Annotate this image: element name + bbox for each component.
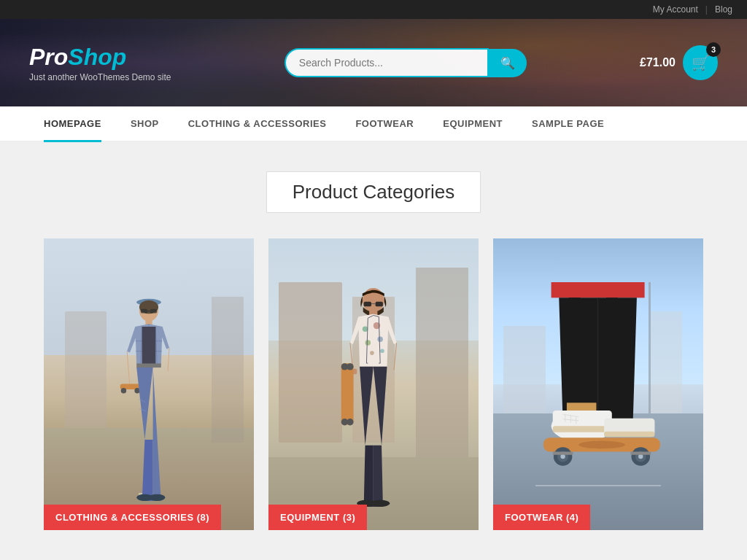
page-title-wrapper: Product Categories: [44, 171, 703, 213]
search-button[interactable]: 🔍: [489, 49, 527, 77]
svg-rect-23: [364, 302, 371, 307]
logo-pro: Pro: [29, 44, 68, 70]
logo-title: ProShop: [29, 44, 171, 71]
logo[interactable]: ProShop Just another WooThemes Demo site: [29, 44, 171, 82]
svg-rect-17: [136, 363, 161, 368]
category-label-equipment: EQUIPMENT (3): [268, 505, 367, 530]
nav-item-shop[interactable]: SHOP: [116, 106, 174, 141]
top-bar: My Account | Blog: [0, 0, 747, 19]
header: ProShop Just another WooThemes Demo site…: [0, 19, 747, 106]
cart-area: £71.00 🛒 3: [640, 45, 718, 80]
svg-point-21: [149, 494, 165, 501]
svg-rect-43: [551, 282, 645, 298]
nav-link-homepage[interactable]: HOMEPAGE: [29, 106, 116, 141]
cart-button[interactable]: 🛒 3: [683, 45, 718, 80]
svg-rect-24: [376, 302, 383, 307]
svg-point-29: [365, 340, 371, 346]
svg-rect-36: [341, 363, 354, 424]
nav-link-shop[interactable]: SHOP: [116, 106, 174, 141]
my-account-link[interactable]: My Account: [653, 4, 698, 15]
svg-point-14: [121, 388, 126, 393]
svg-rect-55: [605, 432, 655, 437]
category-card-footwear[interactable]: FOOTWEAR (4): [493, 238, 703, 530]
nav-link-sample[interactable]: SAMPLE PAGE: [517, 106, 619, 141]
svg-point-32: [380, 349, 384, 353]
search-bar: 🔍: [285, 48, 527, 77]
logo-shop: Shop: [68, 44, 126, 70]
footwear-figure: [503, 282, 692, 516]
logo-subtitle: Just another WooThemes Demo site: [29, 72, 171, 82]
svg-point-27: [363, 327, 368, 332]
svg-rect-48: [553, 426, 612, 432]
nav-link-footwear[interactable]: FOOTWEAR: [341, 106, 428, 141]
main-nav: HOMEPAGE SHOP CLOTHING & ACCESSORIES FOO…: [0, 106, 747, 142]
clothing-figure: [96, 297, 201, 501]
nav-item-sample[interactable]: SAMPLE PAGE: [517, 106, 619, 141]
category-card-equipment[interactable]: EQUIPMENT (3): [268, 238, 479, 530]
category-label-footwear: FOOTWEAR (4): [493, 505, 590, 530]
search-input[interactable]: [285, 48, 489, 77]
svg-point-40: [347, 419, 353, 425]
category-card-clothing[interactable]: CLOTHING & ACCESSORIES (8): [44, 238, 254, 530]
svg-line-12: [127, 351, 130, 386]
svg-rect-3: [141, 309, 147, 314]
main-content: Product Categories: [0, 142, 747, 559]
cart-price: £71.00: [640, 56, 676, 69]
nav-link-equipment[interactable]: EQUIPMENT: [428, 106, 517, 141]
svg-line-16: [168, 348, 169, 372]
svg-point-31: [370, 351, 374, 355]
separator: |: [705, 4, 708, 15]
nav-item-homepage[interactable]: HOMEPAGE: [29, 106, 116, 141]
svg-line-34: [394, 343, 397, 370]
categories-grid: CLOTHING & ACCESSORIES (8): [44, 238, 703, 530]
nav-link-clothing[interactable]: CLOTHING & ACCESSORIES: [174, 106, 341, 141]
nav-item-footwear[interactable]: FOOTWEAR: [341, 106, 428, 141]
cart-badge: 3: [706, 42, 721, 57]
svg-rect-4: [150, 309, 157, 314]
svg-point-38: [347, 363, 353, 370]
category-label-clothing: CLOTHING & ACCESSORIES (8): [44, 505, 221, 530]
svg-point-30: [378, 337, 384, 343]
nav-item-equipment[interactable]: EQUIPMENT: [428, 106, 517, 141]
svg-point-42: [371, 500, 390, 507]
svg-point-57: [578, 441, 625, 449]
svg-rect-65: [631, 452, 651, 455]
blog-link[interactable]: Blog: [715, 4, 732, 15]
cart-icon: 🛒: [692, 54, 710, 71]
equipment-figure: [300, 288, 447, 507]
nav-item-clothing[interactable]: CLOTHING & ACCESSORIES: [174, 106, 341, 141]
svg-rect-64: [553, 452, 573, 455]
search-icon: 🔍: [500, 57, 515, 69]
page-title: Product Categories: [266, 171, 481, 213]
